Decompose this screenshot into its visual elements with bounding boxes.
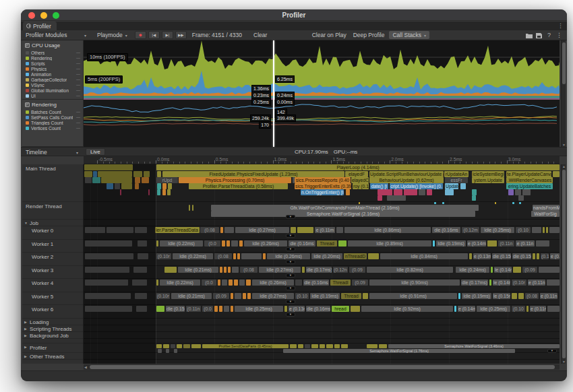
timeline-span[interactable]: ler.ParseThreadData (0.3 bbox=[155, 227, 200, 233]
timeline-span[interactable] bbox=[546, 227, 548, 233]
timeline-span[interactable] bbox=[290, 344, 297, 348]
timeline-span[interactable]: (0.10r bbox=[156, 253, 171, 259]
timeline-span[interactable]: ystem.Update bbox=[472, 177, 504, 183]
clear-button[interactable]: Clear bbox=[251, 32, 269, 38]
timeline-span[interactable]: le (0.14m bbox=[493, 280, 510, 286]
timeline-span[interactable]: Idle (0.25ms) bbox=[481, 227, 514, 233]
timeline-span[interactable] bbox=[156, 280, 158, 286]
timeline-span[interactable] bbox=[302, 267, 305, 273]
timeline-span[interactable] bbox=[433, 240, 435, 247]
kebab-menu-icon[interactable]: ⋮ bbox=[554, 32, 564, 38]
timeline-span[interactable] bbox=[84, 164, 133, 170]
timeline-span[interactable]: PlayerLoop (4.14ms) bbox=[156, 164, 560, 170]
timeline-span[interactable]: (0.10r bbox=[156, 293, 170, 299]
timeline-span[interactable] bbox=[93, 171, 97, 177]
timeline-span[interactable]: (0.10r bbox=[512, 280, 526, 286]
thread-track[interactable] bbox=[84, 332, 560, 339]
timeline-span[interactable]: e (0.14m bbox=[467, 240, 486, 247]
timeline-span[interactable] bbox=[148, 189, 150, 195]
timeline-span[interactable] bbox=[454, 306, 456, 312]
timeline-span[interactable]: (0.12n bbox=[333, 267, 348, 273]
timeline-span[interactable]: le (0.14m bbox=[494, 267, 512, 273]
selected-frame-line[interactable] bbox=[273, 40, 274, 147]
timeline-span[interactable] bbox=[132, 280, 147, 286]
timeline-span[interactable]: (0.08 bbox=[240, 267, 258, 273]
thread-track[interactable]: (0.10rIdle (0.21ms)(0.09Idle (0.27ms)(0.… bbox=[84, 292, 560, 306]
expander-open-icon[interactable]: ▼ bbox=[24, 221, 28, 225]
timeline-span[interactable]: Idle (0.25ms) bbox=[477, 306, 510, 312]
timeline-span[interactable]: e (0.11n bbox=[530, 306, 546, 312]
legend-item[interactable]: GarbageCollector— bbox=[22, 77, 83, 82]
timeline-span[interactable] bbox=[442, 202, 444, 204]
timeline-span[interactable]: nandsFromM bbox=[533, 205, 560, 211]
timeline-span[interactable] bbox=[533, 253, 535, 259]
timeline-span[interactable] bbox=[513, 267, 521, 273]
timeline-span[interactable]: Gfx.WaitForGfxCommandsFromMainThread (2.… bbox=[211, 205, 479, 211]
timeline-span[interactable] bbox=[547, 306, 560, 312]
timeline-span[interactable]: sics.ProcessReports (0.40 bbox=[295, 177, 351, 183]
timeline-span[interactable] bbox=[543, 227, 545, 233]
timeline-span[interactable] bbox=[311, 344, 318, 348]
timeline-span[interactable] bbox=[164, 267, 177, 273]
timeline-span[interactable]: Idle (0.84ms) bbox=[380, 253, 468, 259]
legend-toggle-icon[interactable]: — bbox=[76, 126, 80, 130]
scroll-up-icon[interactable]: ▲ bbox=[562, 164, 566, 168]
timeline-span[interactable] bbox=[98, 171, 132, 177]
next-frame-button[interactable]: ▶| bbox=[162, 31, 173, 39]
thread-track[interactable]: Idle (0.22ms)(0.0Idle (0.26ms)dle (0.16m… bbox=[84, 240, 560, 253]
timeline-span[interactable]: e (0.14m bbox=[458, 306, 475, 312]
timeline-span[interactable]: dle (0.15m bbox=[512, 253, 531, 259]
timeline-span[interactable] bbox=[85, 253, 133, 259]
thread-track[interactable]: Idle (0.22ms)(0.0Idle (0.26ms)dle (0.16m… bbox=[84, 279, 560, 292]
expander-closed-icon[interactable]: ▶ bbox=[24, 320, 27, 324]
timeline-span[interactable]: Idle (0.21ms) bbox=[178, 267, 218, 273]
thread-row-worker-1[interactable]: Worker 1 bbox=[22, 240, 83, 253]
thread-row-job[interactable]: ▼Job bbox=[22, 220, 83, 226]
timeline-span[interactable]: e (0.11n bbox=[550, 253, 560, 259]
expand-row-button[interactable]: ▾ bbox=[286, 260, 295, 264]
timeline-span[interactable] bbox=[156, 240, 158, 247]
thread-row-profiler[interactable]: ▶Profiler bbox=[22, 344, 83, 353]
legend-item[interactable]: Scripts— bbox=[22, 61, 83, 66]
timeline-span[interactable] bbox=[387, 195, 406, 201]
chart-vertical-scrollbar[interactable]: ▼ bbox=[561, 40, 566, 147]
legend-item[interactable]: Vertices Count— bbox=[22, 125, 83, 131]
timeline-span[interactable] bbox=[434, 202, 436, 204]
timeline-span[interactable]: .WillRenderCanvases bbox=[506, 177, 553, 183]
timeline-span[interactable]: (0.12m bbox=[462, 227, 479, 233]
timeline-span[interactable]: (0.0 bbox=[204, 240, 220, 247]
timeline-span[interactable] bbox=[135, 227, 147, 233]
timeline-span[interactable] bbox=[539, 267, 560, 273]
timeline-span[interactable] bbox=[379, 344, 387, 348]
timeline-span[interactable]: Idle (0.26ms) bbox=[252, 280, 294, 286]
legend-item[interactable]: Animation— bbox=[22, 71, 83, 77]
legend-item[interactable]: UI— bbox=[22, 93, 83, 98]
timeline-span[interactable] bbox=[547, 280, 560, 286]
legend-toggle-icon[interactable]: — bbox=[76, 51, 80, 55]
timeline-span[interactable] bbox=[85, 280, 128, 286]
timeline-span[interactable] bbox=[156, 306, 164, 312]
legend-toggle-icon[interactable]: — bbox=[76, 83, 80, 87]
thread-row-scripting-threads[interactable]: ▶Scripting Threads bbox=[22, 325, 83, 332]
timeline-span[interactable]: (0.0 bbox=[202, 280, 216, 286]
timeline-span[interactable]: Threadl bbox=[330, 280, 351, 286]
thread-track[interactable]: Idle (0.21ms)(0.08Idle (0.27ms)dle (0.17… bbox=[84, 266, 560, 280]
timeline-span[interactable] bbox=[522, 189, 531, 195]
timeline-span[interactable] bbox=[85, 306, 132, 312]
timeline-span[interactable]: nThreadD bbox=[344, 253, 367, 259]
timeline-span[interactable]: roy (0.1 bbox=[353, 183, 369, 189]
timeline-span[interactable] bbox=[336, 227, 343, 233]
time-ruler[interactable]: -0.5ms0.0ms0.5ms1.0ms1.5ms2.0ms2.5ms3.0m… bbox=[84, 156, 560, 164]
timeline-span[interactable] bbox=[234, 280, 238, 286]
timeline-span[interactable] bbox=[85, 240, 132, 247]
timeline-span[interactable] bbox=[346, 189, 350, 195]
timeline-span[interactable]: (0.09 bbox=[522, 267, 537, 273]
timeline-span[interactable] bbox=[472, 189, 477, 195]
scroll-down-icon[interactable]: ▼ bbox=[562, 360, 566, 364]
timeline-span[interactable] bbox=[84, 171, 92, 177]
timeline-span[interactable]: dle (0.16ms bbox=[306, 306, 330, 312]
timeline-span[interactable] bbox=[219, 306, 222, 312]
timeline-span[interactable]: Idle (0.24ms) bbox=[456, 267, 489, 273]
live-button[interactable]: Live bbox=[86, 148, 105, 156]
timeline-span[interactable] bbox=[404, 189, 417, 195]
